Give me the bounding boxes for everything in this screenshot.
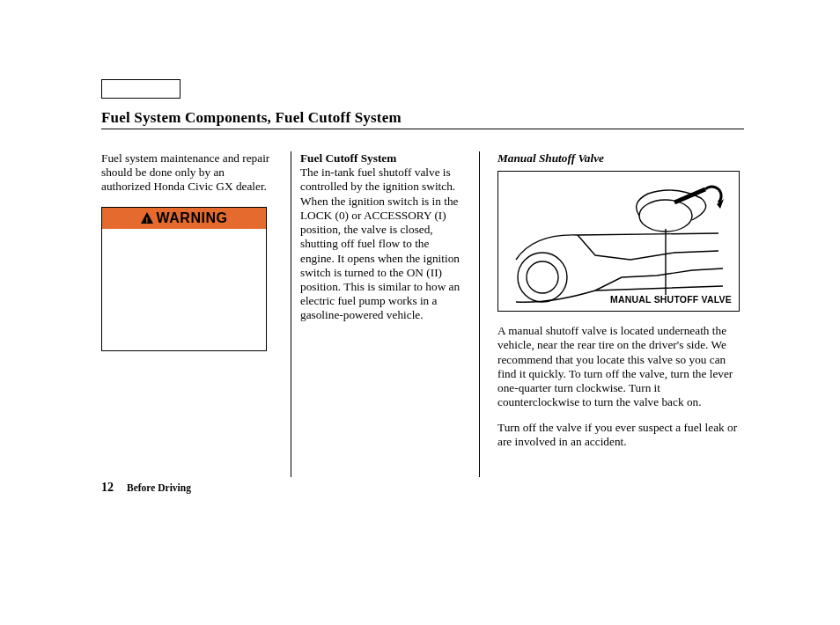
warning-header: ! WARNING: [102, 208, 266, 230]
col3-heading: Manual Shutoff Valve: [497, 151, 744, 165]
column-1: Fuel system maintenance and repair shoul…: [101, 151, 291, 477]
warning-body: [102, 229, 266, 350]
diagram-label: MANUAL SHUTOFF VALVE: [610, 294, 732, 305]
diagram-manual-shutoff-valve: MANUAL SHUTOFF VALVE: [497, 171, 740, 312]
svg-point-3: [527, 261, 558, 293]
svg-point-2: [518, 253, 567, 302]
column-3: Manual Shutoff Valve: [480, 151, 744, 477]
header-box: [101, 79, 181, 99]
col2-body: The in-tank fuel shutoff valve is contro…: [300, 165, 460, 321]
svg-point-4: [639, 200, 692, 232]
warning-triangle-icon: !: [141, 212, 153, 224]
title-rule: [101, 129, 744, 129]
warning-box: ! WARNING: [101, 207, 267, 352]
warning-label: WARNING: [157, 210, 228, 227]
col2-paragraph: Fuel Cutoff SystemThe in-tank fuel shuto…: [300, 151, 461, 323]
col3-paragraph-1: A manual shutoff valve is located undern…: [497, 324, 744, 409]
col1-paragraph: Fuel system maintenance and repair shoul…: [101, 151, 273, 195]
svg-text:!: !: [145, 214, 149, 224]
page-footer: 12 Before Driving: [101, 481, 191, 495]
col3-paragraph-2: Turn off the valve if you ever suspect a…: [497, 421, 744, 449]
page-number: 12: [101, 481, 114, 494]
page-title: Fuel System Components, Fuel Cutoff Syst…: [101, 109, 402, 127]
col2-heading: Fuel Cutoff System: [300, 151, 396, 165]
column-2: Fuel Cutoff SystemThe in-tank fuel shuto…: [291, 151, 480, 477]
diagram-svg: [498, 172, 740, 312]
section-label: Before Driving: [127, 482, 191, 493]
columns: Fuel system maintenance and repair shoul…: [101, 151, 744, 477]
manual-page: Fuel System Components, Fuel Cutoff Syst…: [0, 0, 840, 625]
